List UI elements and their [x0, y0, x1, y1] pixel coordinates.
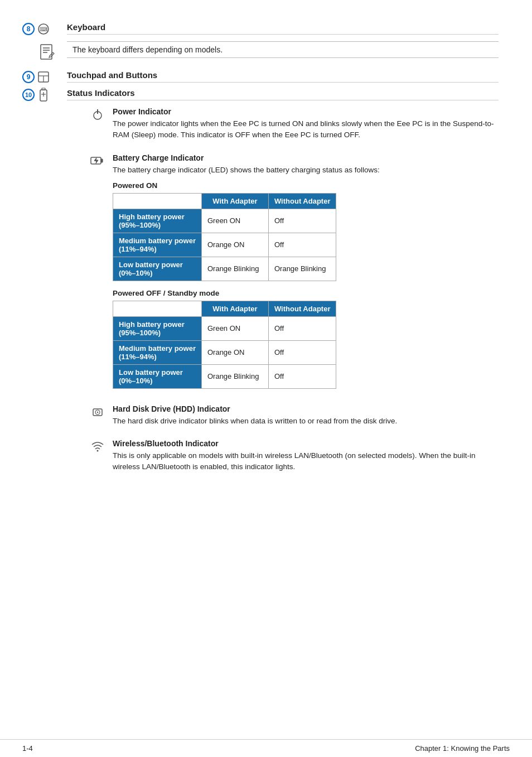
- low-with-adapter-2: Orange Blinking: [201, 364, 268, 388]
- high-with-adapter-2: Green ON: [201, 316, 268, 340]
- touchpad-title: Touchpad and Buttons: [67, 70, 499, 83]
- svg-text:⌨: ⌨: [40, 26, 47, 32]
- section-number-10: 10: [22, 89, 35, 101]
- touchpad-icon: [37, 70, 50, 84]
- row-low-power-1: Low battery power(0%–10%): [113, 257, 202, 281]
- power-indicator-title: Power Indicator: [113, 107, 499, 116]
- battery-indicator-section: Battery Charge Indicator The battery cha…: [89, 153, 499, 397]
- col-without-adapter-2: Without Adapter: [268, 301, 336, 316]
- battery-indicator-title: Battery Charge Indicator: [113, 153, 499, 162]
- keyboard-icon: ⌨: [37, 22, 50, 36]
- row-medium-power-2: Medium battery power(11%–94%): [113, 340, 202, 364]
- high-with-adapter-1: Green ON: [201, 209, 268, 233]
- svg-rect-10: [42, 88, 45, 90]
- section-number-9: 9: [22, 71, 35, 83]
- power-indicator-content: Power Indicator The power indicator ligh…: [113, 107, 499, 146]
- table-row: Medium battery power(11%–94%) Orange ON …: [113, 340, 336, 364]
- table-row: Low battery power(0%–10%) Orange Blinkin…: [113, 364, 336, 388]
- medium-with-adapter-1: Orange ON: [201, 233, 268, 257]
- keyboard-description: The keyboard differs depending on models…: [67, 41, 499, 58]
- wireless-indicator-content: Wireless/Bluetooth Indicator This is onl…: [113, 439, 499, 478]
- powered-off-label: Powered OFF / Standby mode: [113, 289, 499, 297]
- keyboard-section: 8 ⌨ Keyboard: [22, 22, 499, 61]
- row-high-power-2: High battery power(95%–100%): [113, 316, 202, 340]
- battery-indicator-desc: The battery charge indicator (LED) shows…: [113, 165, 499, 176]
- table-row: High battery power(95%–100%) Green ON Of…: [113, 209, 336, 233]
- power-indicator-section: Power Indicator The power indicator ligh…: [89, 107, 499, 146]
- touchpad-section: 9 Touchpad and Buttons: [22, 70, 499, 84]
- low-without-adapter-2: Off: [268, 364, 336, 388]
- row-low-power-2: Low battery power(0%–10%): [113, 364, 202, 388]
- footer: 1-4 Chapter 1: Knowing the Parts: [0, 739, 532, 757]
- row-high-power-1: High battery power(95%–100%): [113, 209, 202, 233]
- table-row: High battery power(95%–100%) Green ON Of…: [113, 316, 336, 340]
- medium-with-adapter-2: Orange ON: [201, 340, 268, 364]
- keyboard-title: Keyboard: [67, 22, 499, 35]
- powered-off-table: With Adapter Without Adapter High batter…: [113, 301, 336, 389]
- svg-rect-16: [101, 159, 103, 162]
- powered-on-table: With Adapter Without Adapter High batter…: [113, 193, 336, 281]
- hdd-indicator-content: Hard Disk Drive (HDD) Indicator The hard…: [113, 404, 499, 431]
- wireless-icon: [89, 439, 106, 452]
- col-with-adapter-1: With Adapter: [201, 193, 268, 209]
- battery-charge-icon: [89, 153, 106, 167]
- svg-point-20: [97, 450, 99, 452]
- wireless-indicator-section: Wireless/Bluetooth Indicator This is onl…: [89, 439, 499, 478]
- table-row: Medium battery power(11%–94%) Orange ON …: [113, 233, 336, 257]
- battery-indicator-content: Battery Charge Indicator The battery cha…: [113, 153, 499, 397]
- medium-without-adapter-2: Off: [268, 340, 336, 364]
- low-with-adapter-1: Orange Blinking: [201, 257, 268, 281]
- high-without-adapter-1: Off: [268, 209, 336, 233]
- hdd-indicator-desc: The hard disk drive indicator blinks whe…: [113, 416, 499, 427]
- keyboard-desc-icon: [38, 44, 56, 61]
- section-number-8: 8: [22, 23, 35, 35]
- high-without-adapter-2: Off: [268, 316, 336, 340]
- wireless-indicator-desc: This is only applicable on models with b…: [113, 450, 499, 473]
- power-icon: [89, 107, 106, 120]
- col-without-adapter-1: Without Adapter: [268, 193, 336, 209]
- hdd-indicator-section: Hard Disk Drive (HDD) Indicator The hard…: [89, 404, 499, 431]
- status-section: 10 Status Indicators: [22, 88, 499, 478]
- hdd-indicator-title: Hard Disk Drive (HDD) Indicator: [113, 404, 499, 413]
- row-medium-power-1: Medium battery power(11%–94%): [113, 233, 202, 257]
- footer-chapter: Chapter 1: Knowing the Parts: [415, 744, 510, 753]
- svg-point-19: [97, 412, 98, 413]
- status-title: Status Indicators: [67, 88, 499, 100]
- low-without-adapter-1: Orange Blinking: [268, 257, 336, 281]
- table-row: Low battery power(0%–10%) Orange Blinkin…: [113, 257, 336, 281]
- col-with-adapter-2: With Adapter: [201, 301, 268, 316]
- wireless-indicator-title: Wireless/Bluetooth Indicator: [113, 439, 499, 448]
- hdd-icon: [89, 404, 106, 418]
- medium-without-adapter-1: Off: [268, 233, 336, 257]
- power-indicator-desc: The power indicator lights when the Eee …: [113, 118, 499, 141]
- footer-page-number: 1-4: [22, 744, 33, 753]
- status-content: Power Indicator The power indicator ligh…: [89, 107, 499, 478]
- powered-on-label: Powered ON: [113, 181, 499, 190]
- status-icon: [37, 88, 50, 102]
